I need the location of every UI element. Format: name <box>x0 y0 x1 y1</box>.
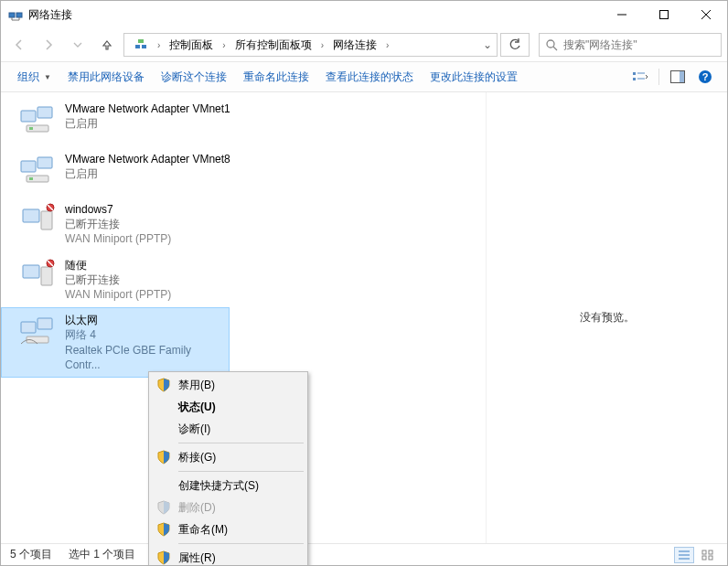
shield-icon <box>156 500 171 515</box>
list-item[interactable]: VMware Network Adapter VMnet8 已启用 <box>1 146 486 197</box>
svg-rect-9 <box>135 45 140 48</box>
dialup-icon <box>19 202 56 247</box>
list-item[interactable]: windows7 已断开连接 WAN Miniport (PPTP) <box>1 197 486 252</box>
status-bar: 5 个项目 选中 1 个项目 <box>1 543 727 565</box>
context-menu: 禁用(B) 状态(U) 诊断(I) 桥接(G) 创建快捷方式(S) 删除(D) … <box>148 371 308 566</box>
svg-rect-25 <box>29 127 33 130</box>
list-item[interactable]: 以太网 网络 4 Realtek PCIe GBE Family Contr..… <box>1 307 230 378</box>
preview-pane-button[interactable] <box>665 66 691 88</box>
chevron-right-icon[interactable]: › <box>220 40 227 50</box>
svg-rect-6 <box>660 11 669 19</box>
rename-button[interactable]: 重命名此连接 <box>236 66 316 89</box>
ctx-rename[interactable]: 重命名(M) <box>151 518 305 540</box>
change-settings-button[interactable]: 更改此连接的设置 <box>423 66 525 89</box>
svg-rect-26 <box>21 161 36 172</box>
organize-button[interactable]: 组织▼ <box>10 66 59 89</box>
ctx-disable[interactable]: 禁用(B) <box>151 374 305 396</box>
help-button[interactable]: ? <box>692 66 718 88</box>
shield-icon <box>156 378 171 392</box>
svg-rect-39 <box>37 318 52 329</box>
ctx-status[interactable]: 状态(U) <box>151 396 305 418</box>
breadcrumb-item-control-panel[interactable]: 控制面板 <box>164 36 219 55</box>
dialup-icon <box>19 258 56 303</box>
chevron-right-icon[interactable]: › <box>384 40 391 50</box>
chevron-right-icon[interactable]: › <box>319 40 326 50</box>
svg-rect-29 <box>29 177 33 180</box>
svg-rect-47 <box>709 556 712 560</box>
item-status: 已断开连接 <box>65 272 171 287</box>
svg-rect-38 <box>21 322 36 333</box>
disable-device-button[interactable]: 禁用此网络设备 <box>60 66 152 89</box>
shield-icon <box>156 522 171 537</box>
breadcrumb-root-icon[interactable] <box>128 36 154 54</box>
refresh-button[interactable] <box>500 33 530 57</box>
details-view-button[interactable] <box>674 547 694 563</box>
svg-rect-31 <box>41 211 52 230</box>
ctx-shortcut[interactable]: 创建快捷方式(S) <box>151 475 305 497</box>
window-title: 网络连接 <box>28 7 601 23</box>
item-name: windows7 <box>65 202 171 217</box>
search-placeholder: 搜索"网络连接" <box>563 37 637 53</box>
item-name: 随便 <box>65 258 171 272</box>
item-device: WAN Miniport (PPTP) <box>65 287 171 302</box>
list-item[interactable]: VMware Network Adapter VMnet1 已启用 <box>1 96 486 146</box>
svg-rect-19 <box>680 71 684 82</box>
separator <box>178 471 304 472</box>
item-status: 已启用 <box>65 116 230 131</box>
item-status: 已启用 <box>65 166 230 181</box>
recent-dropdown[interactable] <box>65 32 91 58</box>
svg-rect-27 <box>37 157 52 168</box>
diagnose-button[interactable]: 诊断这个连接 <box>154 66 234 89</box>
ctx-properties[interactable]: 属性(R) <box>151 547 305 566</box>
forward-button[interactable] <box>36 32 61 58</box>
svg-rect-35 <box>41 267 52 285</box>
ctx-diagnose[interactable]: 诊断(I) <box>151 418 305 440</box>
svg-rect-44 <box>702 550 706 554</box>
item-device: Realtek PCIe GBE Family Contr... <box>65 343 220 372</box>
up-button[interactable] <box>94 32 120 58</box>
minimize-button[interactable] <box>601 1 643 28</box>
item-name: VMware Network Adapter VMnet1 <box>65 101 230 116</box>
large-icons-view-button[interactable] <box>698 547 718 563</box>
view-options-button[interactable] <box>627 66 653 88</box>
svg-text:?: ? <box>702 71 709 82</box>
svg-rect-14 <box>633 72 636 75</box>
shield-icon <box>156 550 171 565</box>
svg-rect-23 <box>37 107 52 118</box>
svg-rect-15 <box>633 78 636 80</box>
network-adapter-icon <box>19 101 56 141</box>
chevron-right-icon[interactable]: › <box>155 40 162 50</box>
back-button[interactable] <box>6 32 32 58</box>
svg-point-12 <box>547 40 554 48</box>
maximize-button[interactable] <box>643 1 685 28</box>
breadcrumb-item-all[interactable]: 所有控制面板项 <box>230 36 317 55</box>
view-status-button[interactable]: 查看此连接的状态 <box>318 66 421 89</box>
svg-rect-30 <box>23 209 39 222</box>
item-status: 网络 4 <box>65 327 220 342</box>
breadcrumb-item-network[interactable]: 网络连接 <box>327 36 382 55</box>
item-device: WAN Miniport (PPTP) <box>65 231 171 246</box>
shield-icon <box>156 450 171 465</box>
separator <box>178 543 304 544</box>
address-bar-row: › 控制面板 › 所有控制面板项 › 网络连接 › ⌄ 搜索"网络连接" <box>1 28 727 61</box>
list-item[interactable]: 随便 已断开连接 WAN Miniport (PPTP) <box>1 252 486 308</box>
breadcrumb[interactable]: › 控制面板 › 所有控制面板项 › 网络连接 › ⌄ <box>123 33 498 57</box>
svg-rect-11 <box>138 39 144 43</box>
item-status: 已断开连接 <box>65 217 171 231</box>
item-name: 以太网 <box>65 313 220 327</box>
ctx-delete: 删除(D) <box>151 497 305 518</box>
no-preview-label: 没有预览。 <box>580 310 635 326</box>
selection-count: 选中 1 个项目 <box>69 547 135 562</box>
svg-rect-0 <box>9 13 15 17</box>
item-name: VMware Network Adapter VMnet8 <box>65 152 230 166</box>
close-button[interactable] <box>685 1 727 28</box>
svg-rect-1 <box>16 13 22 17</box>
search-input[interactable]: 搜索"网络连接" <box>539 33 722 57</box>
network-adapter-icon <box>19 152 56 191</box>
search-icon <box>545 38 558 51</box>
ctx-bridge[interactable]: 桥接(G) <box>151 446 305 468</box>
preview-pane: 没有预览。 <box>486 92 727 543</box>
toolbar: 组织▼ 禁用此网络设备 诊断这个连接 重命名此连接 查看此连接的状态 更改此连接… <box>1 61 727 92</box>
svg-rect-22 <box>21 111 36 122</box>
breadcrumb-history-dropdown[interactable]: ⌄ <box>476 38 497 51</box>
